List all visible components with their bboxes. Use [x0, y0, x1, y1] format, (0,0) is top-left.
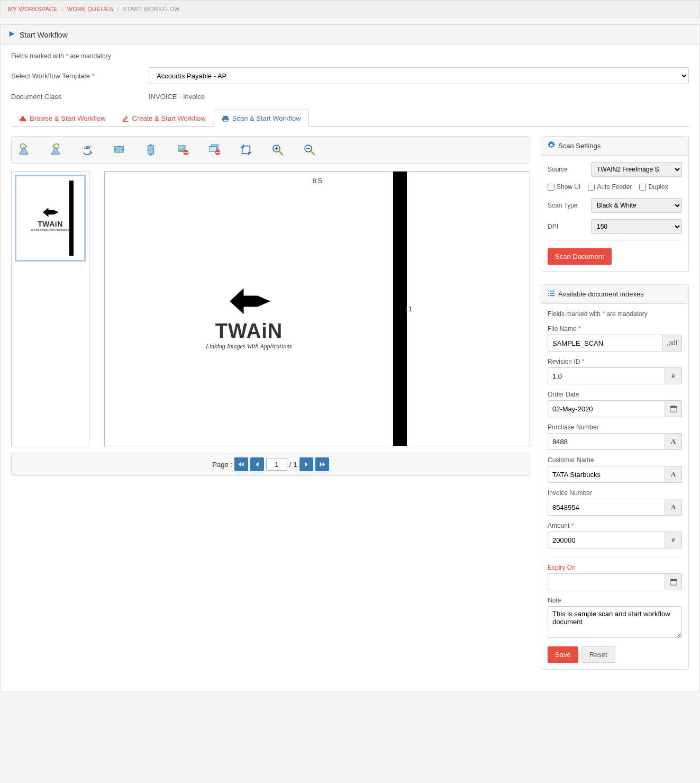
remove-selected-icon[interactable]: [176, 143, 189, 157]
hdd-icon: [19, 115, 26, 122]
crumb-workqueues[interactable]: WORK QUEUES: [67, 6, 113, 12]
svg-rect-26: [670, 407, 676, 408]
auto-feeder-checkbox[interactable]: Auto Feeder: [588, 183, 632, 191]
rotate-180-icon[interactable]: 180°: [80, 143, 94, 157]
template-label: Select Workflow Template *: [11, 72, 138, 80]
duplex-checkbox[interactable]: Duplex: [639, 183, 668, 191]
list-icon: [548, 290, 555, 299]
zoom-out-icon[interactable]: [303, 143, 316, 157]
page-title: Start Workflow: [20, 31, 68, 39]
svg-rect-11: [184, 152, 188, 153]
orderdate-input[interactable]: [548, 400, 665, 417]
edit-icon: [122, 115, 129, 122]
indexes-hint: Fields marked with * are mandatory: [548, 310, 682, 318]
pager-next-button[interactable]: [299, 457, 313, 471]
filename-label: File Name *: [548, 325, 682, 332]
source-select[interactable]: TWAIN2 FreeImage S: [591, 162, 682, 177]
dpi-select[interactable]: 150: [591, 219, 682, 234]
pager: Page : / 1: [11, 453, 530, 476]
tabs: Browse & Start Workflow Create & Start W…: [11, 109, 689, 127]
invoice-input[interactable]: [548, 499, 665, 516]
tab-create[interactable]: Create & Start Workflow: [114, 110, 214, 127]
tab-browse[interactable]: Browse & Start Workflow: [11, 110, 114, 127]
expiry-input[interactable]: [548, 573, 665, 590]
tab-scan[interactable]: Scan & Start Workflow: [214, 110, 309, 127]
crop-icon[interactable]: [239, 143, 253, 157]
class-value: INVOICE - Invoice: [149, 93, 689, 101]
flip-icon[interactable]: [144, 143, 158, 157]
show-ui-checkbox[interactable]: Show UI: [548, 183, 580, 191]
svg-rect-20: [550, 291, 554, 292]
text-icon: A: [665, 466, 682, 483]
pon-input[interactable]: [548, 433, 665, 450]
scan-settings-title: Scan Settings: [558, 142, 601, 150]
ruler-height: 11: [405, 305, 412, 313]
revision-input[interactable]: [548, 367, 665, 384]
pager-last-button[interactable]: [315, 457, 329, 471]
template-select[interactable]: Accounts Payable - AP: [149, 67, 689, 84]
scantype-label: Scan Type: [548, 202, 586, 209]
scan-document-button[interactable]: Scan Document: [548, 248, 612, 265]
ruler-width: 8.5: [105, 177, 530, 185]
crumb-sep: /: [61, 6, 63, 12]
scan-toolbar: 180°: [11, 136, 530, 164]
pager-current-input[interactable]: [266, 458, 287, 471]
remove-all-icon[interactable]: [207, 143, 221, 157]
calendar-icon[interactable]: [665, 400, 682, 417]
pager-prev-button[interactable]: [250, 457, 264, 471]
expiry-label: Expiry On: [548, 564, 682, 571]
note-label: Note: [548, 597, 682, 604]
svg-rect-21: [548, 293, 549, 294]
pager-label: Page :: [212, 461, 232, 469]
svg-rect-2: [223, 115, 228, 118]
reset-button[interactable]: Reset: [581, 646, 615, 663]
class-label: Document Class: [11, 93, 138, 101]
thumbnail-panel: TWAiN Linking Images With Applications: [11, 171, 89, 446]
source-label: Source: [548, 166, 586, 173]
breadcrumb: MY WORKSPACE / WORK QUEUES / START WORKF…: [0, 0, 700, 18]
pager-first-button[interactable]: [234, 457, 248, 471]
filename-ext: .pdf: [662, 335, 682, 352]
pon-label: Purchase Number: [548, 424, 682, 431]
twain-logo-icon: [41, 205, 60, 220]
rotate-left-icon[interactable]: [17, 143, 31, 157]
svg-rect-27: [671, 406, 672, 407]
customer-input[interactable]: [548, 466, 665, 483]
customer-label: Customer Name: [548, 456, 682, 464]
svg-rect-4: [223, 119, 227, 121]
amount-input[interactable]: [548, 532, 665, 548]
svg-rect-24: [550, 295, 554, 296]
orderdate-label: Order Date: [548, 391, 682, 398]
svg-rect-31: [671, 579, 672, 580]
page-header: Start Workflow: [0, 24, 700, 45]
svg-rect-23: [548, 295, 549, 296]
calendar-icon[interactable]: [665, 573, 682, 590]
svg-rect-15: [216, 152, 220, 153]
print-icon: [222, 115, 229, 122]
filename-input[interactable]: [548, 335, 662, 352]
mirror-icon[interactable]: [112, 143, 126, 157]
zoom-in-icon[interactable]: [271, 143, 285, 157]
note-input[interactable]: [548, 606, 682, 638]
thumbnail-item[interactable]: TWAiN Linking Images With Applications: [15, 175, 86, 262]
indexes-title: Available document indexes: [558, 290, 644, 298]
crumb-workspace[interactable]: MY WORKSPACE: [8, 6, 58, 12]
indexes-panel: Available document indexes Fields marked…: [541, 284, 689, 670]
rotate-right-icon[interactable]: [49, 143, 62, 157]
svg-rect-13: [210, 147, 216, 152]
revision-label: Revision ID *: [548, 358, 682, 365]
save-button[interactable]: Save: [548, 646, 578, 663]
play-icon: [8, 30, 15, 39]
scantype-select[interactable]: Black & White: [591, 198, 682, 213]
text-icon: A: [665, 499, 682, 516]
twain-logo-icon: [225, 283, 273, 320]
svg-point-1: [21, 120, 22, 121]
crumb-sep: /: [117, 6, 119, 12]
svg-point-9: [179, 147, 181, 148]
pager-total: 1: [293, 461, 297, 469]
scan-settings-panel: Scan Settings Source TWAIN2 FreeImage S …: [541, 136, 689, 272]
gear-icon: [548, 141, 555, 150]
preview-canvas[interactable]: 8.5 11 TWAiN Linking Images With Applica…: [104, 171, 530, 446]
hash-icon: #: [665, 532, 682, 548]
svg-rect-22: [550, 293, 554, 294]
